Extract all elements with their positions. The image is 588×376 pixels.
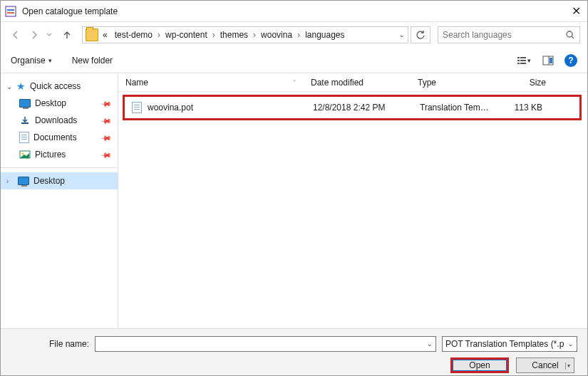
chevron-right-icon: › xyxy=(157,30,161,40)
filename-label: File name: xyxy=(11,339,89,349)
close-icon[interactable]: ✕ xyxy=(569,4,583,18)
sidebar-divider xyxy=(1,167,118,168)
sidebar-item-downloads[interactable]: Downloads 📌 xyxy=(1,112,118,129)
chevron-right-icon: › xyxy=(296,30,301,40)
new-folder-label: New folder xyxy=(72,56,113,66)
pictures-icon xyxy=(19,150,31,160)
open-button-label: Open xyxy=(469,360,490,370)
svg-point-3 xyxy=(567,31,572,37)
forward-button[interactable] xyxy=(26,27,42,43)
nav-row: « test-demo › wp-content › themes › woov… xyxy=(1,22,587,48)
header-type[interactable]: Type xyxy=(411,78,496,88)
chevron-right-icon: › xyxy=(6,177,14,185)
crumb-test-demo[interactable]: test-demo xyxy=(112,30,155,40)
app-icon xyxy=(5,6,16,17)
filename-input[interactable]: ⌄ xyxy=(95,336,436,352)
highlighted-file-row: woovina.pot 12/8/2018 2:42 PM Translatio… xyxy=(123,95,582,120)
svg-rect-2 xyxy=(7,12,14,14)
pin-icon: 📌 xyxy=(100,98,112,109)
address-dropdown[interactable]: ⌄ xyxy=(399,31,405,38)
organise-menu[interactable]: Organise ▾ xyxy=(11,56,52,66)
chevron-down-icon: ▾ xyxy=(48,57,52,64)
chevron-down-icon[interactable]: ⌄ xyxy=(427,340,433,348)
toolbar: Organise ▾ New folder ▾ ? xyxy=(1,48,587,73)
sidebar-item-documents[interactable]: Documents 📌 xyxy=(1,129,118,146)
breadcrumb-prefix: « xyxy=(100,30,110,40)
file-icon xyxy=(132,102,142,113)
svg-point-16 xyxy=(22,153,24,155)
pin-icon: 📌 xyxy=(100,132,112,143)
sidebar-label-pictures: Pictures xyxy=(35,150,66,160)
new-folder-button[interactable]: New folder xyxy=(72,56,113,66)
open-button[interactable]: Open │▾ xyxy=(450,357,509,373)
sidebar: ⌄ ★ Quick access Desktop 📌 Downloads 📌 D… xyxy=(1,73,118,330)
sidebar-label-root-desktop: Desktop xyxy=(33,176,65,186)
chevron-right-icon: › xyxy=(252,30,257,40)
recent-dropdown[interactable] xyxy=(45,27,53,43)
sidebar-label-downloads: Downloads xyxy=(35,115,77,125)
crumb-languages[interactable]: languages xyxy=(302,30,347,40)
crumb-themes[interactable]: themes xyxy=(217,30,251,40)
pin-icon: 📌 xyxy=(100,149,112,160)
sort-indicator-icon: ˄ xyxy=(293,79,296,86)
header-size[interactable]: Size xyxy=(496,78,553,88)
filetype-select[interactable]: POT Translation Templates (*.p ⌄ xyxy=(442,336,577,352)
crumb-woovina[interactable]: woovina xyxy=(258,30,295,40)
title-bar: Open catalogue template ✕ xyxy=(1,1,587,22)
sidebar-label-documents: Documents xyxy=(33,132,77,142)
cancel-button-label: Cancel xyxy=(532,360,558,370)
address-bar[interactable]: « test-demo › wp-content › themes › woov… xyxy=(82,26,408,43)
header-label-type: Type xyxy=(418,78,436,88)
file-name: woovina.pot xyxy=(148,103,193,113)
file-size: 113 KB xyxy=(498,103,550,113)
pin-icon: 📌 xyxy=(100,115,112,126)
sidebar-label-desktop: Desktop xyxy=(35,98,66,108)
header-label-size: Size xyxy=(530,78,546,88)
sidebar-label-quick-access: Quick access xyxy=(30,81,81,91)
view-mode-button[interactable]: ▾ xyxy=(516,53,532,68)
document-icon xyxy=(19,132,29,143)
header-date[interactable]: Date modified xyxy=(304,78,411,88)
sidebar-quick-access[interactable]: ⌄ ★ Quick access xyxy=(1,78,118,95)
search-box[interactable] xyxy=(438,26,580,43)
svg-rect-6 xyxy=(520,57,526,58)
desktop-icon xyxy=(19,99,31,108)
file-date: 12/8/2018 2:42 PM xyxy=(306,103,413,113)
main-area: ⌄ ★ Quick access Desktop 📌 Downloads 📌 D… xyxy=(1,73,587,330)
search-input[interactable] xyxy=(443,30,561,40)
svg-rect-9 xyxy=(517,63,520,64)
svg-rect-14 xyxy=(21,122,29,124)
search-icon xyxy=(565,30,575,40)
star-icon: ★ xyxy=(16,80,26,92)
svg-rect-8 xyxy=(520,60,526,61)
column-headers: Name ˄ Date modified Type Size xyxy=(118,73,587,92)
folder-icon xyxy=(86,28,98,41)
filetype-label: POT Translation Templates (*.p xyxy=(445,339,564,349)
header-name[interactable]: Name ˄ xyxy=(118,78,304,88)
chevron-right-icon: › xyxy=(212,30,216,40)
chevron-down-icon: ⌄ xyxy=(6,83,14,90)
svg-rect-7 xyxy=(517,60,520,61)
up-button[interactable] xyxy=(59,27,75,43)
sidebar-item-root-desktop[interactable]: › Desktop xyxy=(1,172,118,189)
svg-rect-10 xyxy=(520,63,526,64)
svg-rect-13 xyxy=(550,58,552,63)
chevron-down-icon: ⌄ xyxy=(568,340,574,348)
file-pane: Name ˄ Date modified Type Size woovina.p… xyxy=(118,73,587,330)
desktop-icon xyxy=(18,177,29,185)
sidebar-item-pictures[interactable]: Pictures 📌 xyxy=(1,146,118,163)
svg-line-4 xyxy=(572,36,574,38)
preview-pane-button[interactable] xyxy=(540,53,556,68)
refresh-button[interactable] xyxy=(411,26,430,43)
downloads-icon xyxy=(19,115,31,125)
sidebar-item-desktop[interactable]: Desktop 📌 xyxy=(1,95,118,112)
svg-rect-0 xyxy=(6,6,16,16)
organise-label: Organise xyxy=(11,56,46,66)
window-title: Open catalogue template xyxy=(22,6,569,16)
header-label-name: Name xyxy=(125,78,148,88)
crumb-wp-content[interactable]: wp-content xyxy=(163,30,210,40)
help-button[interactable]: ? xyxy=(564,54,577,67)
file-row[interactable]: woovina.pot 12/8/2018 2:42 PM Translatio… xyxy=(125,98,579,117)
back-button[interactable] xyxy=(8,27,24,43)
header-label-date: Date modified xyxy=(311,78,363,88)
